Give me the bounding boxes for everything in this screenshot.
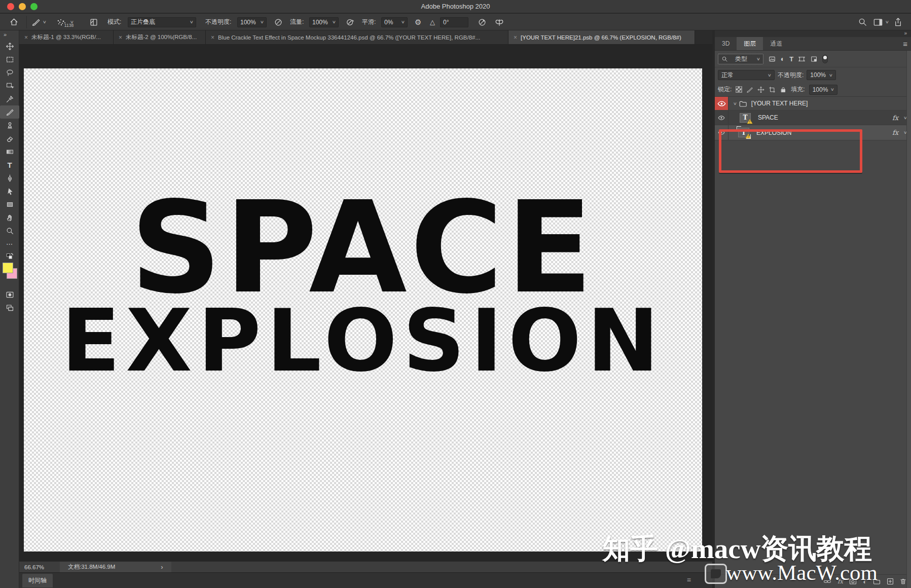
workspace-switcher[interactable]: ∨ <box>873 14 889 30</box>
document-surface[interactable]: SPACE EXPLOSION <box>24 68 702 552</box>
tool-path-selection[interactable] <box>0 185 19 198</box>
tab-channels[interactable]: 通道 <box>763 37 789 50</box>
smart-object-thumbnail[interactable]: T <box>740 113 751 123</box>
tool-move[interactable] <box>0 40 19 53</box>
tab-3d[interactable]: 3D <box>715 37 737 50</box>
filter-toggle-switch[interactable] <box>822 55 828 63</box>
lock-position-icon[interactable] <box>757 86 764 93</box>
toggle-brush-panel-button[interactable] <box>89 14 98 30</box>
foreground-color-swatch[interactable] <box>3 263 13 273</box>
layer-visibility-eye[interactable] <box>715 125 728 140</box>
dock-collapse-button[interactable]: » <box>715 30 911 37</box>
filter-pixel-layers-icon[interactable] <box>768 55 776 63</box>
group-name[interactable]: [YOUR TEXT HERE] <box>751 100 808 107</box>
lock-paint-icon[interactable] <box>746 86 753 93</box>
tool-zoom[interactable] <box>0 224 19 237</box>
brush-angle-field[interactable]: 0° <box>440 14 468 30</box>
layer-fx-button[interactable]: fx ∨ <box>892 114 907 122</box>
tool-gradient[interactable] <box>0 145 19 158</box>
canvas-area[interactable]: SPACE EXPLOSION <box>19 45 712 561</box>
tool-more-options[interactable]: ⋯ <box>0 237 19 250</box>
doc-tab-1[interactable]: × 未标题-1 @ 33.3%(RGB/... <box>19 30 114 44</box>
document-info-field[interactable]: 文档:31.8M/46.9M › <box>60 562 171 573</box>
tool-hand[interactable] <box>0 211 19 224</box>
tool-pen[interactable] <box>0 171 19 185</box>
smoothing-select[interactable]: 0% ∨ <box>381 14 408 30</box>
quick-mask-button[interactable] <box>0 288 19 301</box>
doc-tab-3[interactable]: × Blue Crackle Text Effect in Space Mock… <box>206 30 508 44</box>
filter-type-layers-icon[interactable]: T <box>789 55 793 63</box>
opacity-select[interactable]: 100% ∨ <box>237 14 267 30</box>
layer-name[interactable]: EXPLOSION <box>756 129 791 136</box>
close-tab-icon[interactable]: × <box>514 34 517 41</box>
lock-artboard-icon[interactable] <box>769 86 776 93</box>
new-group-icon[interactable] <box>873 578 881 585</box>
close-tab-icon[interactable]: × <box>119 34 122 41</box>
warning-icon <box>745 133 751 139</box>
delete-layer-icon[interactable] <box>900 578 906 585</box>
layer-blend-mode-select[interactable]: 正常 ∨ <box>718 70 775 80</box>
panel-menu-icon[interactable]: ≡ <box>903 40 907 48</box>
layer-visibility-eye[interactable] <box>715 111 728 125</box>
filter-type-select[interactable]: 类型 ∨ <box>718 54 763 64</box>
layer-row-explosion-selected[interactable]: T EXPLOSION fx ∨ <box>715 125 911 140</box>
pressure-opacity-button[interactable] <box>274 14 283 30</box>
symmetry-button[interactable] <box>494 14 504 30</box>
zoom-level-field[interactable]: 66.67% <box>24 564 60 570</box>
filter-smart-objects-icon[interactable] <box>810 55 818 63</box>
filter-adjustment-layers-icon[interactable]: ◐ <box>781 55 785 63</box>
layer-opacity-select[interactable]: 100% ∨ <box>807 70 836 80</box>
brush-tool-preset[interactable]: ∨ <box>31 14 46 30</box>
tool-eraser[interactable] <box>0 132 19 145</box>
link-layers-icon[interactable] <box>823 578 831 585</box>
layer-row-space[interactable]: T SPACE fx ∨ <box>715 111 911 125</box>
close-tab-icon[interactable]: × <box>211 34 214 41</box>
toolbar-expand-button[interactable]: » <box>0 30 19 40</box>
tool-eyedropper[interactable] <box>0 92 19 105</box>
flow-select[interactable]: 100% ∨ <box>309 14 339 30</box>
panel-scrollbar[interactable] <box>906 51 911 588</box>
tool-type[interactable]: T <box>0 158 19 171</box>
layer-mask-icon[interactable] <box>849 578 857 585</box>
tool-lasso[interactable] <box>0 66 19 79</box>
smoothing-options-button[interactable]: ⚙ <box>415 14 421 30</box>
blend-mode-select[interactable]: 正片叠底 ∨ <box>128 14 196 30</box>
tool-quick-selection[interactable] <box>0 79 19 92</box>
lock-all-icon[interactable] <box>780 86 787 93</box>
screen-mode-button[interactable] <box>0 301 19 314</box>
adjustment-layer-icon[interactable]: ◐ <box>863 578 867 585</box>
layer-fx-button[interactable]: fx ∨ <box>892 129 907 136</box>
group-visibility-eye[interactable] <box>715 97 728 110</box>
doc-tab-4-active[interactable]: × [YOUR TEXT HERE]21.psb @ 66.7% (EXPLOS… <box>508 30 695 44</box>
pressure-size-button[interactable] <box>478 14 487 30</box>
search-button[interactable] <box>858 14 867 30</box>
tool-clone-stamp[interactable] <box>0 119 19 132</box>
smart-object-thumbnail[interactable]: T <box>738 128 749 137</box>
status-chevron-icon[interactable]: › <box>161 563 163 571</box>
timeline-menu-icon[interactable]: ≡ <box>687 576 691 584</box>
filter-shape-layers-icon[interactable] <box>798 55 806 63</box>
lock-transparency-icon[interactable] <box>736 86 742 93</box>
home-button[interactable] <box>9 14 19 30</box>
timeline-tab[interactable]: 时间轴 <box>22 574 53 587</box>
layer-group-row[interactable]: ∨ [YOUR TEXT HERE] <box>715 97 911 111</box>
lasso-icon <box>6 68 14 77</box>
close-tab-icon[interactable]: × <box>24 34 28 41</box>
tab-layers[interactable]: 图层 <box>737 37 763 50</box>
swap-colors-button[interactable] <box>0 250 19 262</box>
tool-shape[interactable] <box>0 198 19 211</box>
layer-filter-row: 类型 ∨ ◐ T <box>715 51 911 67</box>
layer-fill-select[interactable]: 100% ∨ <box>809 85 837 95</box>
new-layer-icon[interactable] <box>887 578 894 585</box>
doc-tab-2[interactable]: × 未标题-2 @ 100%(RGB/8... <box>114 30 206 44</box>
brush-preset-picker[interactable]: ∨ 1138 <box>55 14 83 30</box>
folder-icon <box>739 100 747 107</box>
tool-marquee[interactable] <box>0 53 19 66</box>
group-expand-chevron[interactable]: ∨ <box>733 101 737 106</box>
tool-brush[interactable] <box>0 105 19 119</box>
pen-icon <box>6 174 14 182</box>
airbrush-button[interactable] <box>346 14 355 30</box>
layer-name[interactable]: SPACE <box>758 114 778 121</box>
layer-style-icon[interactable]: fx <box>837 578 843 585</box>
share-button[interactable] <box>893 14 903 30</box>
